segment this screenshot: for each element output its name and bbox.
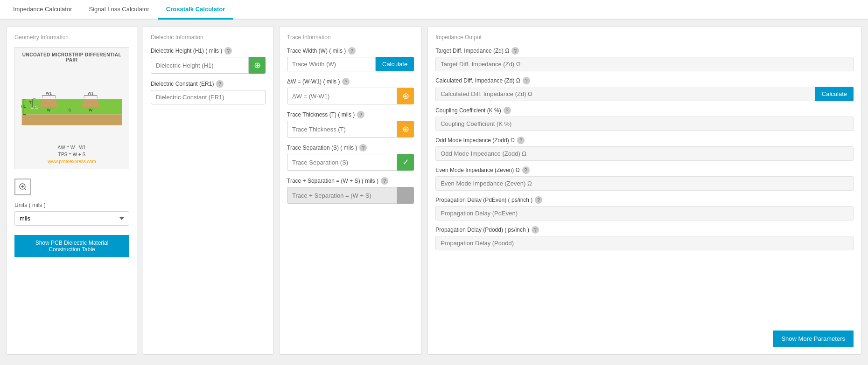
delta-w-input-row: ⊕ <box>287 88 414 104</box>
target-diff-imp-input <box>435 57 854 71</box>
trace-width-label: Trace Width (W) ( mils ) ? <box>287 47 414 55</box>
dielectric-height-input[interactable] <box>151 57 249 74</box>
trace-separation-label: Trace Separation (S) ( mils ) ? <box>287 144 414 152</box>
dielectric-height-group: Dielectric Height (H1) ( mils ) ? ⊕ <box>151 47 266 74</box>
even-mode-imp-input <box>435 176 854 191</box>
zoom-button[interactable] <box>14 179 31 195</box>
tab-bar: Impedance Calculator Signal Loss Calcula… <box>0 0 868 20</box>
prop-delay-even-label: Propagation Delay (PdEven) ( ps/inch ) ? <box>435 196 854 204</box>
trace-width-input[interactable] <box>287 57 376 71</box>
units-select[interactable]: mils mm inches <box>14 211 129 226</box>
trace-plus-sep-input-row <box>287 187 414 204</box>
dielectric-constant-group: Dielectric Constant (ER1) ? <box>151 80 266 104</box>
even-mode-imp-group: Even Mode Impedance (Zeven) Ω ? <box>435 166 854 191</box>
coupling-coeff-label: Coupling Coefficient (K %) ? <box>435 107 854 114</box>
trace-width-input-row: Calculate <box>287 57 414 71</box>
svg-marker-2 <box>40 99 58 107</box>
prop-delay-odd-help-icon[interactable]: ? <box>532 226 539 234</box>
trace-separation-input[interactable] <box>287 154 397 171</box>
trace-plus-sep-help-icon[interactable]: ? <box>381 177 388 185</box>
trace-separation-input-row: ✓ <box>287 154 414 171</box>
trace-plus-sep-input <box>287 187 397 204</box>
calc-diff-imp-input <box>435 87 815 101</box>
trace-separation-help-icon[interactable]: ? <box>359 144 367 152</box>
delta-w-group: ΔW = (W-W1) ( mils ) ? ⊕ <box>287 78 414 104</box>
svg-text:S: S <box>69 108 71 112</box>
trace-separation-btn[interactable]: ✓ <box>397 154 414 171</box>
dielectric-height-btn[interactable]: ⊕ <box>249 57 266 74</box>
prop-delay-odd-input <box>435 236 854 250</box>
svg-text:H1: H1 <box>21 104 26 109</box>
trace-width-help-icon[interactable]: ? <box>348 47 356 55</box>
calc-diff-imp-row: Calculate <box>435 87 854 101</box>
trace-thickness-label: Trace Thickness (T) ( mils ) ? <box>287 111 414 118</box>
target-diff-imp-help-icon[interactable]: ? <box>511 47 519 55</box>
calc-diff-imp-help-icon[interactable]: ? <box>523 77 530 84</box>
tab-impedance[interactable]: Impedance Calculator <box>5 0 80 20</box>
prop-delay-even-help-icon[interactable]: ? <box>535 196 542 204</box>
geometry-panel: Geometry Information UNCOATED MICROSTRIP… <box>7 26 137 355</box>
svg-text:ER1: ER1 <box>30 105 38 110</box>
svg-text:W: W <box>89 108 92 112</box>
target-diff-imp-group: Target Diff. Impedance (Zd) Ω ? <box>435 47 854 71</box>
odd-mode-imp-help-icon[interactable]: ? <box>517 137 525 144</box>
prop-delay-odd-group: Propagation Delay (Pdodd) ( ps/inch ) ? <box>435 226 854 250</box>
diagram-svg: W1 W1 T H1 W S W <box>20 66 124 141</box>
trace-thickness-btn[interactable]: ⊕ <box>397 121 414 138</box>
svg-text:W1: W1 <box>88 91 94 96</box>
tab-crosstalk[interactable]: Crosstalk Calculator <box>158 0 233 20</box>
geometry-diagram: UNCOATED MICROSTRIP DIFFERENTIAL PAIR W1… <box>14 47 129 169</box>
prop-delay-odd-label: Propagation Delay (Pdodd) ( ps/inch ) ? <box>435 226 854 234</box>
zoom-icon <box>19 183 27 191</box>
coupling-coeff-group: Coupling Coefficient (K %) ? <box>435 107 854 131</box>
dielectric-height-help-icon[interactable]: ? <box>224 47 232 55</box>
svg-rect-0 <box>22 114 122 125</box>
svg-line-25 <box>25 189 27 191</box>
dielectric-height-label: Dielectric Height (H1) ( mils ) ? <box>151 47 266 55</box>
prop-delay-even-group: Propagation Delay (PdEven) ( ps/inch ) ? <box>435 196 854 220</box>
delta-w-input[interactable] <box>287 88 397 104</box>
trace-width-calculate-btn[interactable]: Calculate <box>376 57 414 71</box>
calc-diff-imp-label: Calculated Diff. Impedance (Zd) Ω ? <box>435 77 854 84</box>
main-content: Geometry Information UNCOATED MICROSTRIP… <box>0 20 868 361</box>
trace-plus-sep-group: Trace + Separation = (W + S) ( mils ) ? <box>287 177 414 204</box>
dielectric-constant-label: Dielectric Constant (ER1) ? <box>151 80 266 88</box>
prop-delay-even-input <box>435 206 854 220</box>
output-panel-title: Impedance Output <box>435 34 854 41</box>
svg-marker-3 <box>82 99 100 107</box>
trace-panel-title: Trace Information <box>287 34 414 41</box>
trace-panel: Trace Information Trace Width (W) ( mils… <box>279 26 422 355</box>
odd-mode-imp-input <box>435 146 854 161</box>
trace-thickness-group: Trace Thickness (T) ( mils ) ? ⊕ <box>287 111 414 138</box>
coupling-coeff-help-icon[interactable]: ? <box>504 107 511 114</box>
trace-thickness-help-icon[interactable]: ? <box>357 111 364 118</box>
units-section: Units ( mils ) mils mm inches <box>14 202 129 226</box>
calc-diff-imp-group: Calculated Diff. Impedance (Zd) Ω ? Calc… <box>435 77 854 101</box>
svg-text:T: T <box>29 100 32 105</box>
show-more-parameters-button[interactable]: Show More Parameters <box>773 331 854 347</box>
dielectric-panel: Dielectric Information Dielectric Height… <box>143 26 273 355</box>
svg-text:W1: W1 <box>46 91 52 96</box>
dielectric-constant-help-icon[interactable]: ? <box>216 80 224 88</box>
dielectric-height-input-row: ⊕ <box>151 57 266 74</box>
dielectric-panel-title: Dielectric Information <box>151 34 266 41</box>
output-panel: Impedance Output Target Diff. Impedance … <box>427 26 861 355</box>
target-diff-imp-label: Target Diff. Impedance (Zd) Ω ? <box>435 47 854 55</box>
trace-thickness-input[interactable] <box>287 121 397 138</box>
tab-signal-loss[interactable]: Signal Loss Calculator <box>80 0 157 20</box>
odd-mode-imp-label: Odd Mode Impedance (Zodd) Ω ? <box>435 137 854 144</box>
trace-width-group: Trace Width (W) ( mils ) ? Calculate <box>287 47 414 71</box>
delta-w-btn[interactable]: ⊕ <box>397 88 414 104</box>
delta-w-label: ΔW = (W-W1) ( mils ) ? <box>287 78 414 85</box>
dielectric-constant-input[interactable] <box>151 90 266 104</box>
coupling-coeff-input <box>435 117 854 131</box>
calc-diff-imp-calculate-btn[interactable]: Calculate <box>815 87 854 101</box>
zoom-button-container <box>14 175 129 195</box>
trace-thickness-input-row: ⊕ <box>287 121 414 138</box>
trace-plus-sep-btn <box>397 187 414 204</box>
pcb-table-button[interactable]: Show PCB Dielectric Material Constructio… <box>14 235 129 257</box>
delta-w-help-icon[interactable]: ? <box>342 78 350 85</box>
diagram-formulas: ΔW = W - W1TPS = W + S <box>20 144 124 158</box>
even-mode-imp-help-icon[interactable]: ? <box>522 166 530 174</box>
units-label: Units ( mils ) <box>14 202 129 208</box>
